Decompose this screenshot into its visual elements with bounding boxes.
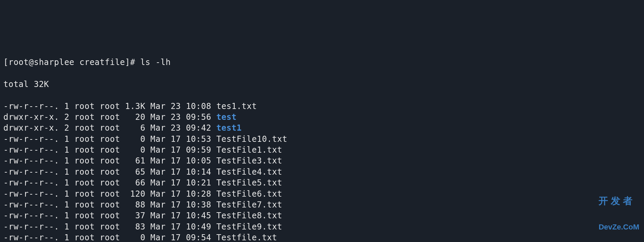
file-meta: -rw-r--r--. 1 root root 65 Mar 17 10:14 [3, 167, 216, 177]
file-meta: -rw-r--r--. 1 root root 61 Mar 17 10:05 [3, 156, 216, 166]
file-row: -rw-r--r--. 1 root root 66 Mar 17 10:21 … [3, 177, 641, 188]
file-name: tes1.txt [216, 102, 257, 111]
dir-name: test [216, 112, 237, 122]
file-meta: -rw-r--r--. 1 root root 1.3K Mar 23 10:0… [3, 102, 216, 111]
file-meta: drwxr-xr-x. 2 root root 6 Mar 23 09:42 [3, 123, 216, 133]
prompt-line-1: [root@sharplee creatfile]# ls -lh [3, 57, 641, 68]
file-meta: -rw-r--r--. 1 root root 0 Mar 17 09:59 [3, 145, 216, 155]
file-row: -rw-r--r--. 1 root root 37 Mar 17 10:45 … [3, 210, 641, 221]
file-row: -rw-r--r--. 1 root root 0 Mar 17 09:54 T… [3, 232, 641, 242]
file-meta: -rw-r--r--. 1 root root 120 Mar 17 10:28 [3, 189, 216, 199]
file-name: TestFile8.txt [216, 211, 282, 220]
watermark-line1: 开发者 [599, 196, 639, 206]
file-name: TestFile6.txt [216, 189, 282, 199]
file-meta: -rw-r--r--. 1 root root 37 Mar 17 10:45 [3, 211, 216, 220]
file-name: TestFile1.txt [216, 145, 282, 155]
total-line: total 32K [3, 79, 641, 90]
file-name: TestFile9.txt [216, 222, 282, 232]
file-listing: -rw-r--r--. 1 root root 1.3K Mar 23 10:0… [3, 101, 641, 242]
prompt-text: [root@sharplee creatfile]# [3, 58, 140, 67]
file-meta: drwxr-xr-x. 2 root root 20 Mar 23 09:56 [3, 112, 216, 122]
watermark: 开发者 DevZe.CoM [599, 179, 639, 239]
file-row: -rw-r--r--. 1 root root 1.3K Mar 23 10:0… [3, 101, 641, 112]
file-name: TestFile3.txt [216, 156, 282, 166]
terminal-output[interactable]: [root@sharplee creatfile]# ls -lh total … [3, 46, 641, 242]
file-row: -rw-r--r--. 1 root root 83 Mar 17 10:49 … [3, 221, 641, 232]
file-row: -rw-r--r--. 1 root root 88 Mar 17 10:38 … [3, 199, 641, 210]
file-meta: -rw-r--r--. 1 root root 0 Mar 17 10:53 [3, 134, 216, 144]
file-row: drwxr-xr-x. 2 root root 20 Mar 23 09:56 … [3, 112, 641, 123]
file-meta: -rw-r--r--. 1 root root 88 Mar 17 10:38 [3, 200, 216, 210]
file-name: Testfile.txt [216, 233, 277, 242]
file-row: drwxr-xr-x. 2 root root 6 Mar 23 09:42 t… [3, 123, 641, 133]
file-row: -rw-r--r--. 1 root root 0 Mar 17 10:53 T… [3, 134, 641, 145]
file-row: -rw-r--r--. 1 root root 61 Mar 17 10:05 … [3, 155, 641, 166]
file-name: TestFile7.txt [216, 200, 282, 210]
dir-name: test1 [216, 123, 242, 133]
file-meta: -rw-r--r--. 1 root root 66 Mar 17 10:21 [3, 178, 216, 188]
watermark-line2: DevZe.CoM [599, 223, 639, 231]
file-meta: -rw-r--r--. 1 root root 0 Mar 17 09:54 [3, 233, 216, 242]
command-text: ls -lh [140, 58, 171, 67]
file-name: TestFile4.txt [216, 167, 282, 177]
file-name: TestFile5.txt [216, 178, 282, 188]
file-row: -rw-r--r--. 1 root root 120 Mar 17 10:28… [3, 189, 641, 199]
file-row: -rw-r--r--. 1 root root 0 Mar 17 09:59 T… [3, 145, 641, 155]
file-row: -rw-r--r--. 1 root root 65 Mar 17 10:14 … [3, 167, 641, 177]
file-meta: -rw-r--r--. 1 root root 83 Mar 17 10:49 [3, 222, 216, 232]
file-name: TestFile10.txt [216, 134, 287, 144]
